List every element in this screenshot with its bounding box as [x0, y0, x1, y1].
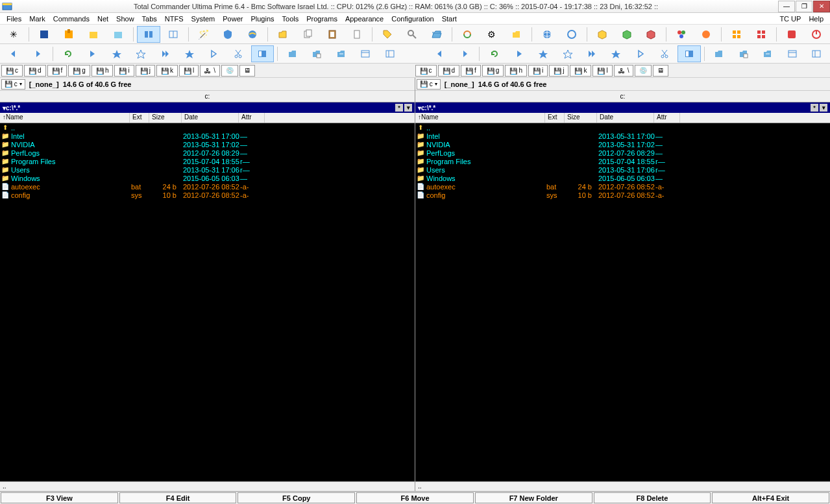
- tb1-folder-open-icon[interactable]: [425, 26, 448, 43]
- tb1-icon-5[interactable]: [106, 26, 130, 43]
- menu-net[interactable]: Net: [93, 15, 112, 23]
- right-file-row[interactable]: 📁Program Files2015-07-04 18:55r—: [415, 157, 830, 165]
- tb2-folder2-icon[interactable]: [732, 45, 755, 62]
- right-file-row[interactable]: 📄autoexecbat24 b2012-07-26 08:52-a-: [415, 182, 830, 191]
- fkey-f6-move[interactable]: F6 Move: [356, 492, 474, 503]
- left-file-row[interactable]: 📁Intel2013-05-31 17:00—: [0, 132, 415, 140]
- drive-btn-i[interactable]: 💾i: [114, 65, 134, 77]
- tb2-tree-icon[interactable]: [805, 45, 827, 62]
- drive-btn-f[interactable]: 💾f: [461, 65, 481, 77]
- tb2-fastfwd-icon[interactable]: [580, 45, 603, 62]
- tb1-open-icon[interactable]: [271, 26, 295, 43]
- right-col-date[interactable]: Date: [597, 113, 654, 123]
- left-col-name[interactable]: ↑Name: [0, 113, 130, 123]
- menu-mark[interactable]: Mark: [25, 15, 49, 23]
- drive-net-icon[interactable]: 🖥: [653, 65, 668, 77]
- tb2-bookmark-icon[interactable]: [605, 45, 628, 62]
- fkey-f4-edit[interactable]: F4 Edit: [119, 492, 237, 503]
- tb2-fastfwd-icon[interactable]: [154, 45, 177, 62]
- tb1-colors-icon[interactable]: [694, 26, 718, 43]
- right-col-ext[interactable]: Ext: [545, 113, 565, 123]
- drive-btn-h[interactable]: 💾h: [505, 65, 527, 77]
- right-tab[interactable]: c:: [415, 91, 830, 102]
- tb2-cut-icon[interactable]: [226, 45, 249, 62]
- menu-configuration[interactable]: Configuration: [387, 15, 437, 23]
- drive-btn-j[interactable]: 💾j: [136, 65, 155, 77]
- tb2-folder3-icon[interactable]: [330, 45, 352, 62]
- right-col-size[interactable]: Size: [565, 113, 597, 123]
- tb2-folder1-icon[interactable]: [708, 45, 731, 62]
- tb2-play2-icon[interactable]: [629, 45, 652, 62]
- drive-btn-network[interactable]: 🖧\: [614, 65, 634, 77]
- drive-btn-j[interactable]: 💾j: [549, 65, 568, 77]
- tb1-globe-icon[interactable]: [535, 26, 559, 43]
- tb1-folder2-icon[interactable]: [505, 26, 528, 43]
- left-file-row[interactable]: 📁Users2013-05-31 17:06r—: [0, 165, 415, 174]
- right-file-row[interactable]: 📁NVIDIA2013-05-31 17:02—: [415, 140, 830, 149]
- menu-show[interactable]: Show: [112, 15, 138, 23]
- menu-ntfs[interactable]: NTFS: [161, 15, 188, 23]
- right-file-row[interactable]: 📁Users2013-05-31 17:06r—: [415, 165, 830, 174]
- fkey-f3-view[interactable]: F3 View: [1, 492, 118, 503]
- menu-tc-up[interactable]: TC UP: [775, 15, 805, 23]
- menu-plugins[interactable]: Plugins: [247, 15, 278, 23]
- tb2-back-arrow-icon[interactable]: [428, 45, 451, 62]
- tb1-box2-icon[interactable]: [615, 26, 639, 43]
- tb1-globe2-icon[interactable]: [560, 26, 583, 43]
- left-col-attr[interactable]: Attr: [239, 113, 265, 123]
- tb2-reload-icon[interactable]: [56, 45, 79, 62]
- left-file-row[interactable]: ⬆..: [0, 123, 415, 132]
- tb2-play-icon[interactable]: [507, 45, 530, 62]
- right-drive-combo[interactable]: 💾 c: [417, 79, 441, 90]
- tb1-sync-icon[interactable]: [456, 26, 479, 43]
- tb2-panel-icon[interactable]: [677, 45, 700, 62]
- tb1-grid1-icon[interactable]: [725, 26, 748, 43]
- drive-btn-i[interactable]: 💾i: [528, 65, 548, 77]
- left-drive-combo[interactable]: 💾 c: [1, 79, 25, 90]
- close-button[interactable]: ✕: [813, 1, 830, 12]
- menu-start[interactable]: Start: [438, 15, 461, 23]
- fkey-f5-copy[interactable]: F5 Copy: [238, 492, 355, 503]
- right-path-bar[interactable]: ▾c:\*.**▾: [415, 102, 830, 113]
- tb1-wand-icon[interactable]: 🪄: [192, 26, 215, 43]
- tb2-folder3-icon[interactable]: [757, 45, 779, 62]
- tb1-icon-2[interactable]: [32, 26, 56, 43]
- menu-commands[interactable]: Commands: [49, 15, 93, 23]
- drive-btn-l[interactable]: 💾l: [179, 65, 199, 77]
- drive-picker-icon[interactable]: 💿: [221, 65, 238, 77]
- right-file-row[interactable]: ⬆..: [415, 123, 830, 132]
- left-file-list[interactable]: ⬆..📁Intel2013-05-31 17:00—📁NVIDIA2013-05…: [0, 123, 415, 481]
- tb2-forward-arrow-icon[interactable]: [453, 45, 476, 62]
- tb2-bookmark-icon[interactable]: [178, 45, 201, 62]
- tb1-ie-icon[interactable]: [241, 26, 264, 43]
- tb2-star1-icon[interactable]: [105, 45, 128, 62]
- tb2-reload-icon[interactable]: [483, 45, 506, 62]
- tb1-box3-icon[interactable]: [640, 26, 663, 43]
- right-col-attr[interactable]: Attr: [654, 113, 680, 123]
- right-file-row[interactable]: 📁PerfLogs2012-07-26 08:29—: [415, 149, 830, 157]
- fkey-alt-f4-exit[interactable]: Alt+F4 Exit: [712, 492, 829, 503]
- menu-files[interactable]: Files: [3, 15, 25, 23]
- drive-btn-l[interactable]: 💾l: [592, 65, 612, 77]
- left-col-size[interactable]: Size: [149, 113, 182, 123]
- drive-btn-d[interactable]: 💾d: [24, 65, 46, 77]
- tb1-icon-3[interactable]: [57, 26, 80, 43]
- drive-btn-c[interactable]: 💾c: [1, 65, 23, 77]
- tb1-power-icon[interactable]: [805, 26, 828, 43]
- tb2-star2-icon[interactable]: [129, 45, 152, 62]
- tb1-paste-icon[interactable]: [321, 26, 344, 43]
- tb2-window-icon[interactable]: [354, 45, 377, 62]
- tb1-copy-icon[interactable]: [296, 26, 319, 43]
- tb2-cut-icon[interactable]: [653, 45, 676, 62]
- tb1-grid2-icon[interactable]: [750, 26, 773, 43]
- tb1-view-list-icon[interactable]: [137, 26, 160, 43]
- tb2-back-arrow-icon[interactable]: [2, 45, 25, 62]
- drive-btn-k[interactable]: 💾k: [570, 65, 591, 77]
- right-path-hist-icon[interactable]: ▾: [820, 104, 827, 112]
- right-file-list[interactable]: ⬆..📁Intel2013-05-31 17:00—📁NVIDIA2013-05…: [415, 123, 830, 481]
- tb2-folder1-icon[interactable]: [281, 45, 304, 62]
- tb1-doc-icon[interactable]: [345, 26, 369, 43]
- tb1-palette-icon[interactable]: [670, 26, 693, 43]
- fkey-f7-new-folder[interactable]: F7 New Folder: [475, 492, 592, 503]
- drive-btn-g[interactable]: 💾g: [482, 65, 504, 77]
